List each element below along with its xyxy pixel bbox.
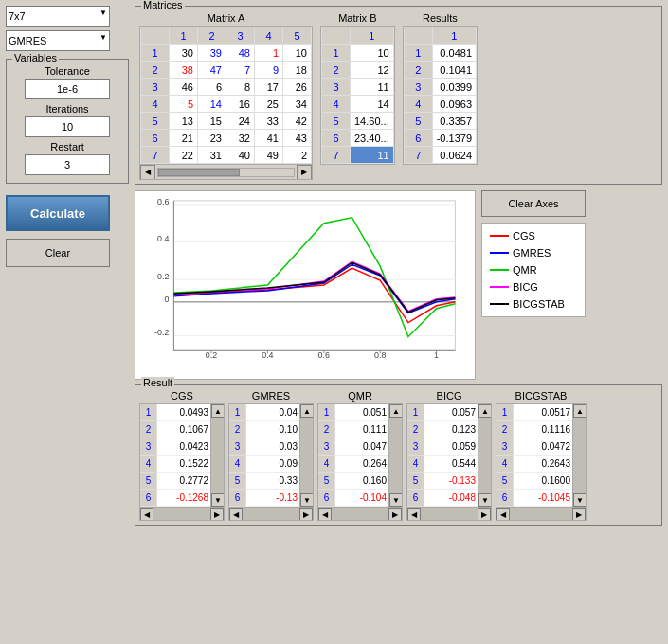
iterations-input[interactable] bbox=[25, 116, 110, 137]
list-item: 10.0493 bbox=[140, 404, 210, 421]
bicgstab-scroll-track[interactable] bbox=[573, 418, 586, 493]
result-gmres-data: 10.04 20.10 30.03 40.09 50.33 6-0.13 bbox=[229, 404, 299, 507]
legend-gmres-label: GMRES bbox=[513, 247, 551, 259]
list-item: 6-0.1268 bbox=[140, 490, 210, 507]
bicgstab-hscroll-left[interactable]: ◀ bbox=[496, 508, 510, 521]
legend-qmr: QMR bbox=[490, 261, 577, 278]
result-bicg-hscroll: ◀ ▶ bbox=[407, 507, 491, 520]
calculate-button[interactable]: Calculate bbox=[6, 195, 110, 231]
gmres-scroll-up[interactable]: ▲ bbox=[300, 404, 314, 418]
svg-text:0.4: 0.4 bbox=[157, 234, 169, 243]
list-item: 20.10 bbox=[229, 421, 299, 438]
method-dropdown[interactable]: CGS GMRES QMR BICG BICGSTAB bbox=[6, 30, 110, 51]
matrix-a-hscrollbar[interactable] bbox=[157, 168, 295, 177]
result-bicg-title: BICG bbox=[437, 390, 462, 402]
table-row: 110 bbox=[322, 45, 394, 62]
matrix-a-scroll-left[interactable]: ◀ bbox=[140, 165, 155, 180]
result-bicgstab-title: BICGSTAB bbox=[515, 390, 568, 402]
legend-bicg: BICG bbox=[490, 278, 577, 295]
result-gmres-wrapper: 10.04 20.10 30.03 40.09 50.33 6-0.13 ▲ ▼ bbox=[228, 403, 314, 521]
bicg-scroll-down[interactable]: ▼ bbox=[478, 493, 492, 507]
list-item: 30.0472 bbox=[496, 438, 572, 456]
tolerance-label: Tolerance bbox=[10, 65, 124, 77]
bicg-scroll-track[interactable] bbox=[478, 418, 491, 493]
list-item: 10.0517 bbox=[496, 404, 572, 421]
result-qmr-data: 10.051 20.111 30.047 40.264 50.160 6-0.1… bbox=[318, 404, 388, 507]
matrices-group: Matrices Matrix A 1 2 3 4 5 bbox=[135, 6, 662, 185]
matrix-a-title: Matrix A bbox=[139, 12, 313, 24]
bicgstab-line-icon bbox=[490, 303, 509, 305]
list-item: 50.2772 bbox=[140, 473, 210, 490]
list-item: 6-0.13 bbox=[229, 490, 299, 507]
tolerance-input[interactable] bbox=[25, 79, 110, 99]
result-col-qmr: QMR 10.051 20.111 30.047 40.264 50.160 6… bbox=[317, 390, 403, 521]
qmr-hscroll-left[interactable]: ◀ bbox=[318, 508, 332, 521]
results-wrapper[interactable]: 1 10.0481 20.1041 30.0399 bbox=[403, 26, 478, 165]
clear-button[interactable]: Clear bbox=[6, 239, 110, 267]
result-qmr-title: QMR bbox=[348, 390, 372, 402]
table-row: 62123324143 bbox=[141, 130, 312, 147]
table-row: 4514162534 bbox=[141, 96, 312, 113]
bicgstab-hscroll-track[interactable] bbox=[510, 508, 572, 520]
qmr-scroll-track[interactable] bbox=[389, 418, 402, 493]
list-item: 50.33 bbox=[229, 473, 299, 490]
result-qmr-scrollbar: ▲ ▼ bbox=[388, 404, 402, 507]
qmr-hscroll-right[interactable]: ▶ bbox=[388, 508, 402, 521]
matrix-b-wrapper[interactable]: 1 110 212 311 41 bbox=[320, 26, 395, 165]
chart-svg[interactable]: 0.6 0.4 0.2 0 -0.2 0.2 0.4 0.6 0.8 1 bbox=[135, 190, 476, 380]
qmr-hscroll-track[interactable] bbox=[332, 508, 388, 520]
gmres-hscroll-track[interactable] bbox=[243, 508, 299, 520]
result-bicg-wrapper: 10.057 20.123 30.059 40.544 5-0.133 6-0.… bbox=[406, 403, 492, 521]
list-item: 6-0.1045 bbox=[496, 490, 572, 507]
variables-title: Variables bbox=[12, 52, 59, 63]
cgs-scroll-track[interactable] bbox=[211, 418, 224, 493]
list-item: 6-0.048 bbox=[407, 490, 478, 507]
result-gmres-hscroll: ◀ ▶ bbox=[229, 507, 313, 520]
cgs-hscroll-right[interactable]: ▶ bbox=[210, 508, 224, 521]
result-cgs-wrapper: 10.0493 20.1067 30.0423 40.1522 50.2772 … bbox=[139, 403, 225, 521]
restart-input[interactable] bbox=[25, 154, 110, 175]
gmres-line-icon bbox=[490, 252, 509, 254]
table-row: 1303948110 bbox=[141, 45, 312, 62]
bicg-hscroll-track[interactable] bbox=[421, 508, 478, 520]
result-group: Result CGS 10.0493 20.1067 30.0423 40.15… bbox=[135, 384, 662, 526]
gmres-hscroll-right[interactable]: ▶ bbox=[299, 508, 313, 521]
list-item: 30.047 bbox=[318, 438, 388, 456]
bicgstab-scroll-up[interactable]: ▲ bbox=[573, 404, 587, 418]
gmres-scroll-down[interactable]: ▼ bbox=[300, 493, 314, 507]
size-dropdown[interactable]: 5x5 6x6 7x7 8x8 9x9 10x10 bbox=[6, 6, 110, 27]
cgs-scroll-up[interactable]: ▲ bbox=[211, 404, 225, 418]
table-row: 70.0624 bbox=[404, 147, 476, 164]
result-cgs-hscroll: ◀ ▶ bbox=[140, 507, 224, 520]
list-item: 30.0423 bbox=[140, 438, 210, 456]
cgs-hscroll-track[interactable] bbox=[153, 508, 210, 520]
result-col-cgs: CGS 10.0493 20.1067 30.0423 40.1522 50.2… bbox=[139, 390, 225, 521]
bicgstab-hscroll-right[interactable]: ▶ bbox=[572, 508, 586, 521]
qmr-scroll-down[interactable]: ▼ bbox=[389, 493, 403, 507]
matrix-b-table: 1 110 212 311 41 bbox=[321, 27, 394, 164]
table-row: 7223140492 bbox=[141, 147, 312, 164]
cgs-hscroll-left[interactable]: ◀ bbox=[140, 508, 153, 521]
svg-text:0: 0 bbox=[164, 295, 169, 304]
list-item: 30.03 bbox=[229, 438, 299, 456]
bicg-scroll-up[interactable]: ▲ bbox=[478, 404, 492, 418]
table-row: 311 bbox=[322, 79, 394, 96]
qmr-scroll-up[interactable]: ▲ bbox=[389, 404, 403, 418]
table-row: 50.3357 bbox=[404, 113, 476, 130]
matrix-a-wrapper[interactable]: 1 2 3 4 5 1303948110 238477918 bbox=[139, 26, 313, 180]
method-dropdown-wrapper: CGS GMRES QMR BICG BICGSTAB bbox=[6, 30, 110, 51]
result-bicgstab-hscroll: ◀ ▶ bbox=[496, 507, 586, 520]
legend-bicg-label: BICG bbox=[513, 281, 538, 293]
bicgstab-scroll-down[interactable]: ▼ bbox=[573, 493, 587, 507]
table-row: 238477918 bbox=[141, 62, 312, 79]
gmres-hscroll-left[interactable]: ◀ bbox=[229, 508, 243, 521]
matrix-a-scroll-right[interactable]: ▶ bbox=[297, 165, 312, 180]
gmres-scroll-track[interactable] bbox=[300, 418, 313, 493]
result-bicg-data: 10.057 20.123 30.059 40.544 5-0.133 6-0.… bbox=[407, 404, 478, 507]
legend-cgs: CGS bbox=[490, 227, 577, 244]
bicg-hscroll-left[interactable]: ◀ bbox=[407, 508, 421, 521]
cgs-scroll-down[interactable]: ▼ bbox=[211, 493, 225, 507]
bicg-hscroll-right[interactable]: ▶ bbox=[478, 508, 491, 521]
clear-axes-button[interactable]: Clear Axes bbox=[481, 190, 586, 217]
result-bicg-scrollbar: ▲ ▼ bbox=[478, 404, 491, 507]
